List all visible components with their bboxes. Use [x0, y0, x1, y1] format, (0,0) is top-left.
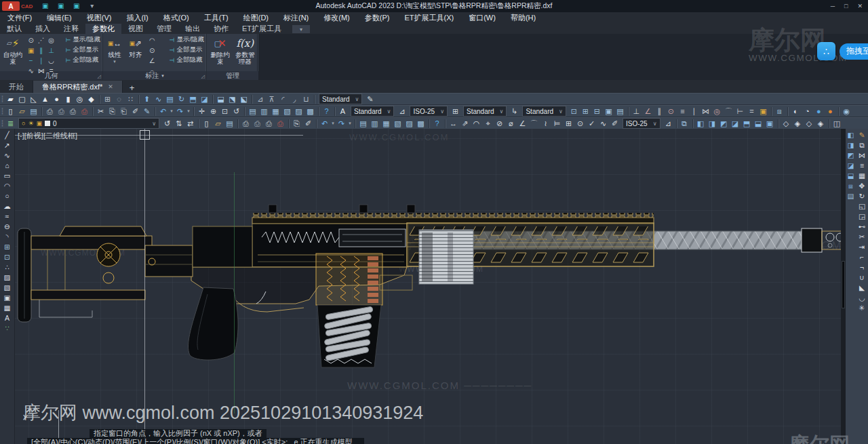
group-icon[interactable]: ⧈: [774, 106, 785, 117]
edit-block-icon[interactable]: ✎: [141, 106, 153, 117]
coincident-constraint-icon[interactable]: ⊙: [26, 35, 36, 45]
add-selected-icon[interactable]: ∵: [2, 323, 13, 334]
extend-icon[interactable]: ⇥: [856, 242, 867, 252]
tangent-constraint-icon[interactable]: ⌒: [723, 106, 734, 117]
help-icon[interactable]: ?: [431, 118, 443, 129]
send-under-icon[interactable]: ◪: [846, 161, 856, 171]
jogged-dimension-icon[interactable]: ≀: [540, 118, 551, 129]
smooth-constraint-icon[interactable]: ∿: [26, 66, 36, 76]
rectangle-icon[interactable]: ▭: [2, 171, 13, 181]
close-tab-icon[interactable]: ✕: [108, 81, 113, 93]
render-preset-b-icon[interactable]: ◔: [802, 106, 813, 117]
plot-icon[interactable]: ⎙: [44, 106, 56, 117]
batch-plot-icon[interactable]: ⎙: [263, 118, 275, 129]
rotate-icon[interactable]: ↻: [856, 191, 867, 201]
polygon-icon[interactable]: ⌂: [2, 161, 13, 171]
parallel-constraint-icon[interactable]: ∥: [36, 45, 46, 56]
array-icon[interactable]: ▦: [856, 171, 867, 181]
style-d-icon[interactable]: ▣: [603, 106, 614, 117]
trim-icon[interactable]: ✂: [856, 232, 867, 242]
menu-format[interactable]: 格式(O): [156, 12, 197, 24]
table-style-icon[interactable]: ⊞: [450, 106, 461, 117]
concentric2-constraint-icon[interactable]: ◎: [711, 106, 723, 117]
offset-icon[interactable]: ≡: [856, 161, 867, 171]
join-icon[interactable]: ∪: [856, 273, 867, 283]
union-icon[interactable]: ⬓: [215, 94, 226, 104]
polysolid-icon[interactable]: ▰: [5, 94, 16, 104]
menu-et-tools[interactable]: ET扩展工具(X): [397, 12, 461, 24]
command-prompt-line-2[interactable]: [全部(A)/中心(C)/动态(D)/范围(E)/上一个(P)/比例(S)/窗口…: [27, 438, 364, 444]
vertical-constraint-icon[interactable]: ∣: [36, 56, 46, 66]
box-icon[interactable]: ▢: [16, 94, 28, 104]
dim-style-combo[interactable]: ISO-25∨: [410, 106, 448, 117]
drag-upload-button[interactable]: 拖拽至此上传: [840, 43, 868, 60]
tab-home[interactable]: 默认: [0, 24, 28, 34]
open-icon[interactable]: ▱: [16, 106, 28, 117]
render-sphere-orange-icon[interactable]: ●: [825, 106, 836, 117]
diameter-dimconstraint-icon[interactable]: ⊙: [147, 45, 157, 56]
dim-style-icon[interactable]: ⊿: [396, 106, 408, 117]
quick-dimension-icon[interactable]: ✓: [586, 118, 597, 129]
qnew-icon[interactable]: ▯: [201, 118, 212, 129]
dim-style-combo-2[interactable]: ISO-25∨: [623, 118, 660, 129]
layer-color-swatch[interactable]: [45, 121, 50, 126]
tool-palettes-icon[interactable]: ▦: [380, 118, 392, 129]
horizontal-constraint-icon[interactable]: −: [26, 56, 36, 66]
equal-constraint-icon[interactable]: =: [746, 106, 757, 117]
toolbar-grip[interactable]: ┇: [0, 96, 5, 102]
tab-parametric[interactable]: 参数化: [85, 24, 121, 34]
panel-label-dimensional[interactable]: 标注▾: [103, 71, 206, 81]
symmetric-constraint-icon[interactable]: ⋈: [700, 106, 711, 117]
revolve-icon[interactable]: ↻: [176, 94, 187, 104]
style-b-icon[interactable]: ⊞: [580, 106, 591, 117]
view-iso-sw-icon[interactable]: ◈: [792, 118, 804, 129]
table-style-combo[interactable]: Standard∨: [463, 106, 507, 117]
redo-icon[interactable]: ↷: [336, 118, 347, 129]
style-c-icon[interactable]: ⊟: [591, 106, 603, 117]
sheetset-manager-icon[interactable]: ▧: [392, 118, 403, 129]
intersect-icon[interactable]: ⬕: [238, 94, 250, 104]
layer-combo[interactable]: ○ ☀ ▣ 0 ∨: [18, 118, 159, 129]
show-all-dimconstraints-button[interactable]: ⊣全部显示: [170, 45, 204, 54]
redo-icon[interactable]: ↷: [174, 106, 186, 117]
stretch-icon[interactable]: ◲: [856, 211, 867, 222]
tab-annotate[interactable]: 注释: [57, 24, 85, 34]
vertical-scrollbar[interactable]: [841, 129, 846, 444]
bring-to-front-icon[interactable]: ◧: [846, 130, 856, 140]
auto-constrain-button[interactable]: ▱⚡ 自动约束: [2, 35, 24, 65]
dim-space-icon[interactable]: ⧉: [679, 118, 690, 129]
parallel-constraint-icon[interactable]: ∥: [654, 106, 665, 117]
torus-icon[interactable]: ◎: [74, 94, 85, 104]
zoom-previous-icon[interactable]: ↺: [231, 106, 242, 117]
match-properties-icon[interactable]: ✐: [302, 118, 314, 129]
undo-icon[interactable]: ↶: [319, 118, 330, 129]
tangent-constraint-icon[interactable]: ◡: [46, 56, 56, 66]
match-properties-icon[interactable]: ✐: [130, 106, 141, 117]
plot-style-icon[interactable]: ▣: [39, 1, 51, 12]
hatch-icon[interactable]: ▨: [2, 273, 13, 283]
aligned-dimension-icon[interactable]: ⇗: [459, 118, 471, 129]
wedge-icon[interactable]: ◺: [28, 94, 39, 104]
dimension-edit-icon[interactable]: ✐: [609, 118, 620, 129]
show-all-constraints-button[interactable]: ⊢全部显示: [66, 45, 100, 54]
hide-all-constraints-button[interactable]: ⊢全部隐藏: [66, 56, 100, 64]
move-icon[interactable]: ✥: [856, 181, 867, 191]
menu-modify[interactable]: 修改(M): [316, 12, 357, 24]
collinear-constraint-icon[interactable]: ⋰: [36, 35, 46, 45]
undo-dropdown-icon[interactable]: ▾: [169, 106, 174, 117]
extrude-icon[interactable]: ⬒: [187, 94, 199, 104]
toolbar-grip[interactable]: ┇: [0, 120, 5, 127]
perpendicular-constraint-icon[interactable]: ⊥: [631, 106, 642, 117]
redo-dropdown-icon[interactable]: ▾: [186, 106, 191, 117]
menu-window[interactable]: 窗口(W): [461, 12, 503, 24]
menu-edit[interactable]: 编辑(E): [39, 12, 79, 24]
spline-icon[interactable]: ≈: [2, 211, 13, 222]
quick-access-dropdown-icon[interactable]: ▾: [86, 1, 98, 12]
view-iso-se-icon[interactable]: ◈: [815, 118, 827, 129]
plot-style-icon[interactable]: ▣: [71, 1, 82, 12]
presspull-icon[interactable]: ⬆: [141, 94, 153, 104]
redo-dropdown-icon[interactable]: ▾: [347, 118, 353, 129]
radius-dimension-icon[interactable]: ⊘: [494, 118, 505, 129]
ucs-object-icon[interactable]: ◪: [730, 118, 741, 129]
chamfer-icon[interactable]: ◣: [856, 283, 867, 293]
